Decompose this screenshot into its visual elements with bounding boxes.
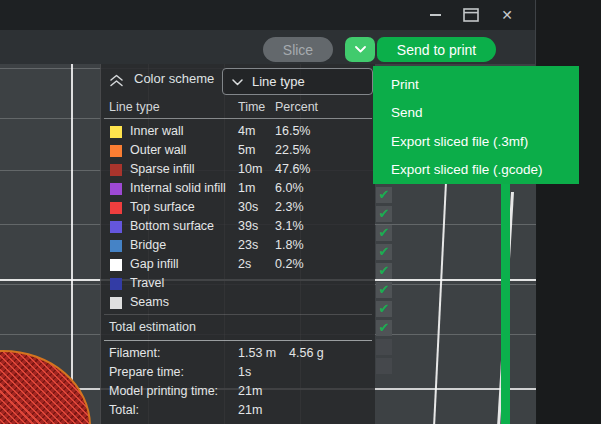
sliced-model-preview — [0, 350, 91, 424]
visibility-checkbox-inner-wall[interactable]: ✔ — [376, 187, 392, 203]
line-type-row-gap-infill: Gap infill2s0.2% — [101, 255, 375, 274]
visibility-checkbox-internal-solid-infill[interactable]: ✔ — [376, 244, 392, 260]
close-icon: ✕ — [501, 7, 513, 23]
column-header-time: Time — [238, 100, 265, 114]
total-label: Model printing time: — [109, 384, 218, 398]
total-label: Total: — [109, 403, 139, 417]
line-type-label: Bottom surface — [130, 219, 214, 233]
column-header-percent: Percent — [275, 100, 318, 114]
slice-button[interactable]: Slice — [263, 37, 333, 62]
line-type-time: 2s — [238, 257, 251, 271]
total-value: 21m — [238, 384, 262, 398]
collapse-panel-button[interactable] — [109, 74, 125, 88]
double-chevron-up-icon — [109, 74, 124, 87]
line-type-percent: 0.2% — [275, 257, 304, 271]
line-type-label: Sparse infill — [130, 162, 195, 176]
line-type-color-swatch — [110, 278, 122, 290]
line-type-percent: 22.5% — [275, 143, 310, 157]
minimize-button[interactable] — [421, 1, 449, 29]
line-type-color-swatch — [110, 183, 122, 195]
line-type-time: 30s — [238, 200, 258, 214]
panel-header: Color scheme Line type — [101, 68, 375, 96]
line-type-color-swatch — [110, 240, 122, 252]
line-type-row-sparse-infill: Sparse infill10m47.6% — [101, 160, 375, 179]
divider — [104, 314, 372, 315]
menu-item-print[interactable]: Print — [373, 70, 579, 99]
line-type-row-seams: Seams — [101, 293, 375, 312]
line-type-time: 23s — [238, 238, 258, 252]
line-type-label: Travel — [130, 276, 164, 290]
chevron-down-icon — [355, 46, 366, 53]
total-value: 21m — [238, 403, 262, 417]
divider — [104, 118, 372, 119]
total-estimation-title: Total estimation — [109, 320, 196, 334]
line-type-color-swatch — [110, 164, 122, 176]
menu-item-export-sliced-file-3mf[interactable]: Export sliced file (.3mf) — [373, 127, 579, 156]
toolbar: Slice Send to print — [0, 30, 536, 64]
visibility-checkbox-bottom-surface[interactable]: ✔ — [376, 282, 392, 298]
color-scheme-panel: Color scheme Line type Line type Time Pe… — [100, 64, 375, 424]
color-scheme-selected-value: Line type — [252, 74, 305, 89]
visibility-checkbox-seams[interactable] — [376, 358, 392, 374]
visibility-checkbox-top-surface[interactable]: ✔ — [376, 263, 392, 279]
menu-item-export-sliced-file-gcode[interactable]: Export sliced file (.gcode) — [373, 156, 579, 185]
maximize-button[interactable] — [457, 1, 485, 29]
line-type-color-swatch — [110, 145, 122, 157]
line-type-percent: 16.5% — [275, 124, 310, 138]
checkbox-column: ✔✔✔✔✔✔✔✔ — [376, 187, 392, 377]
line-type-time: 39s — [238, 219, 258, 233]
line-type-label: Internal solid infill — [130, 181, 226, 195]
visibility-checkbox-bridge[interactable]: ✔ — [376, 301, 392, 317]
table-column-headers: Line type Time Percent — [101, 100, 375, 116]
line-type-label: Inner wall — [130, 124, 184, 138]
panel-title: Color scheme — [134, 71, 214, 86]
line-type-color-swatch — [110, 259, 122, 271]
line-type-row-outer-wall: Outer wall5m22.5% — [101, 141, 375, 160]
color-scheme-select[interactable]: Line type — [222, 68, 373, 95]
total-row-prepare-time: Prepare time:1s — [101, 363, 375, 382]
line-type-color-swatch — [110, 221, 122, 233]
line-type-percent: 3.1% — [275, 219, 304, 233]
total-value: 1s — [238, 365, 251, 379]
total-value: 1.53 m — [238, 346, 276, 360]
total-extra-value: 4.56 g — [289, 346, 324, 360]
line-type-row-bridge: Bridge23s1.8% — [101, 236, 375, 255]
line-type-percent: 2.3% — [275, 200, 304, 214]
minimize-icon — [430, 14, 441, 16]
line-type-color-swatch — [110, 126, 122, 138]
divider — [104, 340, 372, 341]
line-type-label: Outer wall — [130, 143, 186, 157]
send-menu: PrintSendExport sliced file (.3mf)Export… — [373, 66, 579, 184]
line-type-percent: 6.0% — [275, 181, 304, 195]
send-to-print-button[interactable]: Send to print — [377, 37, 496, 62]
visibility-checkbox-travel[interactable] — [376, 339, 392, 355]
close-button[interactable]: ✕ — [493, 1, 521, 29]
visibility-checkbox-gap-infill[interactable]: ✔ — [376, 320, 392, 336]
send-options-dropdown-button[interactable] — [345, 37, 375, 62]
line-type-percent: 47.6% — [275, 162, 310, 176]
line-type-color-swatch — [110, 202, 122, 214]
line-type-label: Top surface — [130, 200, 195, 214]
desktop-background — [537, 0, 601, 424]
total-row-filament: Filament:1.53 m4.56 g — [101, 344, 375, 363]
line-type-row-travel: Travel — [101, 274, 375, 293]
total-row-model-printing-time: Model printing time:21m — [101, 382, 375, 401]
line-type-label: Bridge — [130, 238, 166, 252]
line-type-label: Gap infill — [130, 257, 179, 271]
line-type-color-swatch — [110, 297, 122, 309]
maximize-icon — [463, 8, 479, 22]
title-bar: ✕ — [0, 0, 536, 30]
total-label: Prepare time: — [109, 365, 184, 379]
line-type-row-inner-wall: Inner wall4m16.5% — [101, 122, 375, 141]
visibility-checkbox-outer-wall[interactable]: ✔ — [376, 206, 392, 222]
line-type-time: 1m — [238, 181, 255, 195]
line-type-time: 10m — [238, 162, 262, 176]
line-type-label: Seams — [130, 295, 169, 309]
menu-item-send[interactable]: Send — [373, 99, 579, 128]
line-type-percent: 1.8% — [275, 238, 304, 252]
total-label: Filament: — [109, 346, 160, 360]
visibility-checkbox-sparse-infill[interactable]: ✔ — [376, 225, 392, 241]
slicer-app-window: ✕ Slice Send to print — [0, 0, 601, 424]
line-type-row-bottom-surface: Bottom surface39s3.1% — [101, 217, 375, 236]
chevron-down-icon — [232, 79, 243, 86]
